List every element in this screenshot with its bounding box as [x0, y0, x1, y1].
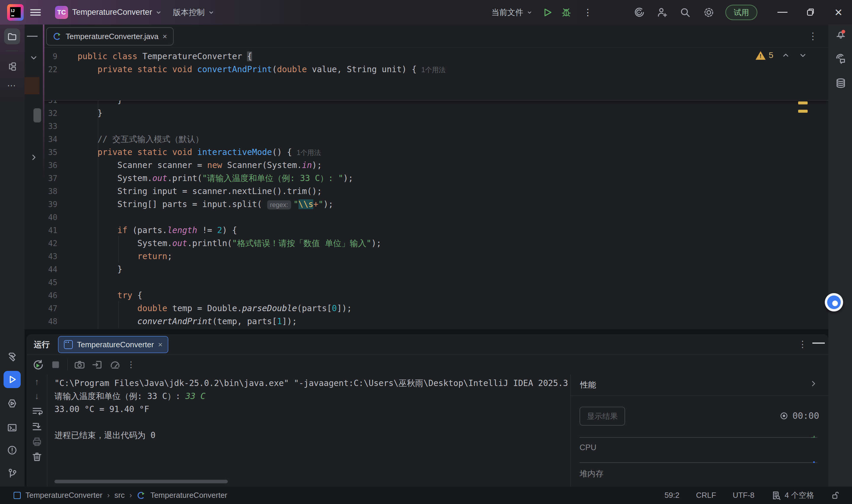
trial-button[interactable]: 试用 [725, 5, 757, 20]
database-button[interactable] [835, 77, 847, 89]
chevron-down-icon [526, 9, 533, 16]
vcs-dropdown[interactable]: 版本控制 [173, 0, 215, 24]
print-icon[interactable] [31, 436, 42, 447]
idea-logo-icon: IJ [7, 4, 24, 21]
project-name-dropdown[interactable]: TemperatureConverter [72, 0, 162, 24]
line-number: 45 [44, 276, 61, 289]
prev-warning-icon[interactable] [781, 51, 791, 60]
scrollbar-thumb[interactable] [33, 108, 41, 123]
debug-icon[interactable] [561, 0, 572, 24]
chevron-right-icon[interactable] [809, 379, 818, 388]
close-icon[interactable]: ✕ [834, 0, 843, 24]
ai-chat-button[interactable] [835, 53, 847, 65]
indent-setting[interactable]: 4 个空格 [771, 490, 814, 501]
line-separator[interactable]: CRLF [696, 491, 716, 500]
hammer-icon [6, 352, 18, 363]
project-tool-button[interactable] [4, 29, 20, 44]
line-number: 22 [44, 63, 61, 76]
close-icon[interactable]: × [158, 340, 162, 349]
run-configuration-dropdown[interactable]: 当前文件 [491, 0, 533, 24]
code-viewport[interactable]: 31 }32 }3334 // 交互式输入模式（默认）35 private st… [44, 101, 828, 329]
clear-all-icon[interactable] [31, 451, 42, 463]
line-number: 31 [44, 101, 61, 107]
gauge-icon[interactable] [109, 359, 121, 371]
project-badge[interactable]: TC [55, 6, 68, 19]
code-line: 47 double temp = Double.parseDouble(part… [44, 302, 828, 315]
title-bar: IJ TC TemperatureConverter 版本控制 当前文件 ⋮ [0, 0, 852, 24]
console-hscrollbar[interactable] [54, 480, 228, 483]
stop-icon [50, 359, 61, 371]
chevron-right-icon: › [107, 491, 110, 500]
add-user-icon[interactable] [656, 0, 668, 24]
chevron-down-icon[interactable] [29, 53, 39, 63]
show-results-button[interactable]: 显示结果 [580, 407, 625, 426]
more-tool-windows-icon[interactable]: ⋯ [4, 77, 20, 93]
java-class-icon [53, 32, 61, 41]
prev-occurrence-icon[interactable]: ↑ [35, 377, 39, 387]
settings-icon[interactable] [703, 0, 715, 24]
collapse-icon[interactable] [27, 36, 38, 37]
structure-tool-button[interactable] [4, 58, 20, 74]
inspections-widget[interactable]: 5 [756, 51, 808, 60]
file-encoding[interactable]: UTF-8 [733, 491, 755, 500]
bell-icon [835, 29, 847, 40]
toolbar-more-icon[interactable]: ⋮ [127, 360, 135, 370]
code-line: 37 System.out.print("请输入温度和单位（例: 33 C）: … [44, 172, 828, 185]
status-bar: TemperatureConverter › src › Temperature… [0, 487, 852, 504]
breadcrumb-class[interactable]: TemperatureConverter [150, 491, 227, 500]
services-tool-button[interactable] [4, 395, 20, 411]
minimize-icon[interactable] [777, 0, 787, 24]
file-tab[interactable]: TemperatureConverter.java × [46, 27, 174, 46]
console-line: 请输入温度和单位（例: 33 C）: 33 C [54, 390, 569, 403]
maximize-icon[interactable] [805, 0, 815, 24]
version-control-tool-button[interactable] [4, 465, 20, 481]
code-line: 36 Scanner scanner = new Scanner(System.… [44, 159, 828, 172]
chevron-right-icon: › [129, 491, 132, 500]
hide-panel-icon[interactable] [812, 342, 825, 344]
more-actions-icon[interactable]: ⋮ [583, 0, 592, 24]
floating-assistant-badge[interactable] [825, 293, 843, 311]
search-icon[interactable] [679, 0, 691, 24]
camera-icon[interactable] [74, 359, 86, 371]
problems-tool-button[interactable] [4, 442, 20, 458]
right-tool-stripe [828, 24, 852, 487]
attach-profiler-icon[interactable] [91, 359, 103, 371]
close-icon[interactable]: × [163, 32, 167, 41]
run-options-icon[interactable]: ⋮ [798, 339, 807, 349]
terminal-icon [6, 422, 18, 433]
breadcrumb-project[interactable]: TemperatureConverter [25, 491, 102, 500]
line-number: 42 [44, 237, 61, 250]
caret-position[interactable]: 59:2 [665, 491, 679, 500]
run-toolbar: ⋮ [26, 355, 570, 375]
code-line: 44 } [44, 263, 828, 276]
run-tool-button[interactable] [3, 371, 21, 388]
tab-options-icon[interactable]: ⋮ [808, 31, 818, 42]
notifications-button[interactable] [835, 29, 847, 40]
main-menu-icon[interactable] [30, 0, 41, 24]
scroll-to-end-icon[interactable] [31, 420, 42, 432]
lock-open-icon[interactable] [831, 491, 840, 500]
rerun-icon[interactable] [32, 359, 44, 371]
next-occurrence-icon[interactable]: ↓ [35, 391, 39, 401]
terminal-tool-button[interactable] [4, 420, 20, 436]
run-configuration-tab[interactable]: TemperatureConverter × [58, 336, 168, 353]
line-number: 48 [44, 315, 61, 328]
breadcrumb-src[interactable]: src [114, 491, 125, 500]
soft-wrap-icon[interactable] [31, 405, 42, 416]
console-line: 33.00 °C = 91.40 °F [54, 403, 569, 416]
run-icon[interactable] [542, 0, 552, 24]
ai-assistant-icon[interactable] [633, 0, 645, 24]
console-output[interactable]: "C:\Program Files\Java\jdk-25.0.2\bin\ja… [54, 377, 569, 474]
line-number: 49 [44, 328, 61, 329]
editor-splitter-strip [24, 24, 44, 329]
run-header: 运行 TemperatureConverter × ⋮ [26, 334, 828, 355]
line-number: 38 [44, 185, 61, 198]
heap-label: 堆内存 [580, 468, 603, 479]
chevron-right-icon[interactable] [29, 152, 39, 162]
left-tool-stripe: ⋯ [0, 24, 24, 487]
next-warning-icon[interactable] [798, 51, 808, 60]
build-tool-button[interactable] [4, 349, 20, 365]
code-line: 40 [44, 211, 828, 224]
structure-icon [7, 61, 17, 72]
breadcrumb: TemperatureConverter › src › Temperature… [14, 491, 227, 500]
